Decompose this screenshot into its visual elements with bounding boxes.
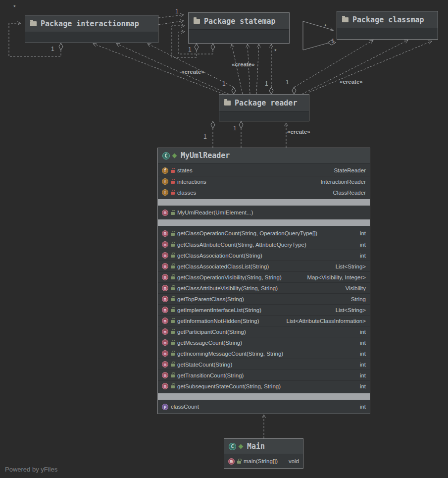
method-row[interactable]: m getImplementInterfaceList(String) List… (158, 304, 370, 315)
package-body (189, 30, 289, 43)
class-header: C Main (224, 439, 303, 454)
multiplicity-label: 1 (331, 38, 335, 45)
uml-diagram-canvas[interactable]: Package interactionmap Package statemap … (0, 0, 448, 478)
field-type: InteractionReader (317, 179, 366, 185)
class-node-myumlreader[interactable]: C MyUmlReader f states StateReader f int… (157, 148, 370, 414)
constructor-name: MyUmlReader(UmlElement...) (177, 210, 253, 215)
package-body (25, 32, 158, 43)
method-name: getInformationNotHidden(String) (177, 318, 259, 324)
private-lock-icon (171, 192, 175, 195)
method-return-type: int (356, 253, 366, 259)
method-icon: m (162, 350, 168, 357)
package-node-classmap[interactable]: Package classmap (337, 11, 438, 40)
constructor-row[interactable]: m MyUmlReader(UmlElement...) (158, 207, 370, 218)
field-type: ClassReader (329, 190, 366, 196)
visibility-lock-icon (171, 309, 175, 312)
property-icon: p (162, 404, 168, 410)
multiplicity-label: 1 (175, 8, 179, 15)
method-icon: m (162, 285, 168, 291)
method-icon: m (162, 296, 168, 302)
method-row[interactable]: m getClassOperationCount(String, Operati… (158, 228, 370, 239)
package-folder-icon (224, 101, 231, 106)
field-row[interactable]: f states StateReader (158, 165, 370, 176)
multiplicity-label: * (274, 48, 277, 55)
class-icon: C (162, 152, 170, 159)
method-return-type: int (356, 362, 366, 368)
method-row[interactable]: m getTopParentClass(String) String (158, 293, 370, 304)
field-icon: f (162, 167, 168, 174)
multiplicity-label: 1 (233, 125, 237, 132)
package-body (219, 111, 309, 121)
method-name: getClassOperationVisibility(String, Stri… (177, 274, 282, 280)
method-return-type: int (356, 230, 366, 236)
field-row[interactable]: f interactions InteractionReader (158, 176, 370, 187)
visibility-lock-icon (171, 266, 175, 268)
method-return-type: List<String> (332, 264, 366, 269)
package-body (337, 28, 438, 39)
method-row[interactable]: m getClassAssociationCount(String) int (158, 250, 370, 261)
method-row[interactable]: m getIncomingMessageCount(String, String… (158, 348, 370, 359)
multiplicity-label: * (324, 23, 327, 30)
visibility-lock-icon (171, 233, 175, 236)
method-row[interactable]: m getMessageCount(String) int (158, 337, 370, 348)
method-return-type: int (356, 242, 366, 248)
package-header: Package reader (219, 95, 309, 111)
method-icon: m (162, 328, 168, 335)
method-icon: m (162, 230, 168, 237)
method-name: main(String[]) (244, 458, 278, 464)
method-name: getIncomingMessageCount(String, String) (177, 351, 283, 357)
method-row[interactable]: m getClassAssociatedClassList(String) Li… (158, 261, 370, 271)
method-icon: m (162, 383, 168, 389)
class-title: Main (247, 442, 265, 451)
section-separator (158, 393, 370, 400)
package-title: Package reader (235, 99, 297, 107)
class-header: C MyUmlReader (158, 148, 370, 163)
method-row[interactable]: m getClassAttributeVisibility(String, St… (158, 282, 370, 293)
visibility-lock-icon (171, 331, 175, 334)
visibility-lock-icon (171, 287, 175, 290)
method-return-type: int (356, 329, 366, 335)
method-return-type: int (356, 372, 366, 378)
package-header: Package statemap (189, 13, 289, 30)
method-return-type: Visibility (342, 285, 366, 291)
create-stereotype-label: «create» (340, 79, 363, 85)
class-node-main[interactable]: C Main m main(String[]) void (224, 438, 303, 469)
method-row[interactable]: m getTransitionCount(String) int (158, 370, 370, 380)
method-icon: m (162, 361, 168, 368)
method-return-type: List<AttributeClassInformation> (283, 318, 366, 324)
solid-association-edges (303, 21, 334, 50)
class-title: MyUmlReader (181, 151, 230, 160)
method-row[interactable]: m getClassOperationVisibility(String, St… (158, 271, 370, 282)
method-icon: m (162, 241, 168, 248)
package-node-statemap[interactable]: Package statemap (188, 12, 290, 44)
private-lock-icon (171, 170, 175, 173)
class-rune-icon (172, 153, 177, 158)
property-type: int (356, 404, 366, 410)
method-return-type: String (347, 296, 366, 302)
method-row[interactable]: m getClassAttributeCount(String, Attribu… (158, 239, 370, 250)
method-row[interactable]: m getSubsequentStateCount(String, String… (158, 380, 370, 391)
field-row[interactable]: f classes ClassReader (158, 187, 370, 198)
method-name: getParticipantCount(String) (177, 329, 246, 335)
method-return-type: Map<Visibility, Integer> (303, 274, 366, 280)
visibility-lock-icon (171, 353, 175, 356)
method-row[interactable]: m getInformationNotHidden(String) List<A… (158, 315, 370, 326)
package-node-reader[interactable]: Package reader (219, 94, 309, 121)
method-icon: m (162, 372, 168, 378)
field-name: states (177, 167, 193, 173)
property-row[interactable]: p classCount int (158, 401, 370, 412)
method-return-type: int (356, 340, 366, 346)
method-icon: m (228, 458, 235, 465)
methods-section: m main(String[]) void (224, 454, 303, 468)
method-return-type: int (356, 383, 366, 389)
class-icon: C (229, 443, 236, 450)
method-name: getClassAssociatedClassList(String) (177, 264, 269, 269)
method-name: getClassAttributeCount(String, Attribute… (177, 242, 306, 248)
package-node-interactionmap[interactable]: Package interactionmap (25, 15, 158, 43)
method-row[interactable]: m getParticipantCount(String) int (158, 326, 370, 337)
package-title: Package statemap (204, 17, 276, 26)
section-separator (158, 199, 370, 206)
method-row[interactable]: m getStateCount(String) int (158, 359, 370, 370)
method-row[interactable]: m main(String[]) void (224, 456, 303, 467)
field-icon: f (162, 178, 168, 185)
